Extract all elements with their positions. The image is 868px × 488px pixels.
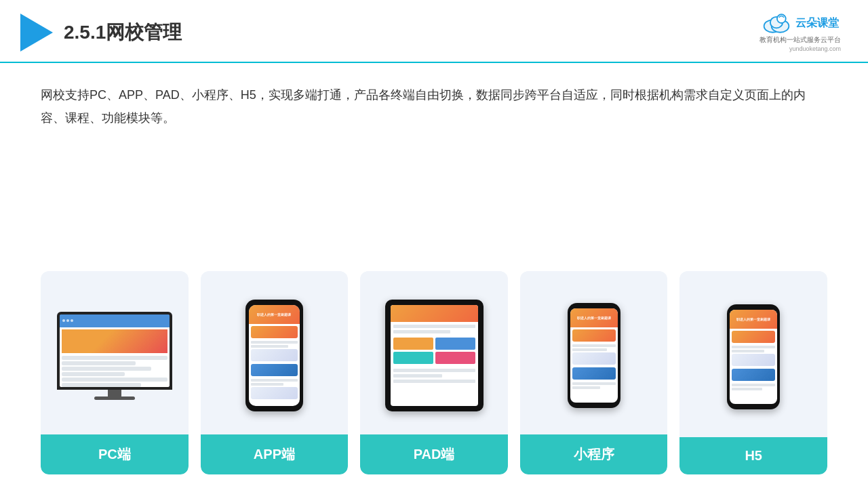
miniprogram-device-image: 职进人的第一堂刷题课 — [528, 285, 660, 426]
pc-screen — [60, 314, 170, 387]
card-pad: PAD端 — [360, 271, 508, 474]
miniprogram-phone-notch — [587, 303, 601, 306]
page: 2.5.1网校管理 云朵课堂 教育机构一站式服务云平台 yunduoketang… — [0, 0, 868, 488]
app-phone-device: 职进人的第一堂刷题课 — [245, 300, 303, 411]
pc-device — [57, 312, 172, 400]
pc-monitor — [57, 312, 172, 390]
h5-phone-screen: 职进人的第一堂刷题课 — [730, 310, 777, 404]
miniprogram-phone-frame: 职进人的第一堂刷题课 — [568, 303, 620, 408]
pad-tablet-frame — [385, 300, 484, 411]
description-text: 网校支持PC、APP、PAD、小程序、H5，实现多端打通，产品各终端自由切换，数… — [41, 83, 827, 129]
card-h5-label: H5 — [679, 437, 827, 474]
app-device-image: 职进人的第一堂刷题课 — [209, 285, 340, 426]
logo-triangle-icon — [20, 14, 53, 52]
cloud-icon — [762, 12, 791, 34]
h5-device-image: 职进人的第一堂刷题课 — [688, 285, 819, 429]
card-app: 职进人的第一堂刷题课 — [201, 271, 349, 474]
card-pc: PC端 — [41, 271, 189, 474]
card-app-label: APP端 — [201, 434, 349, 474]
cards-container: PC端 职进人的第一堂刷题课 — [41, 150, 827, 474]
pad-device-image — [368, 285, 500, 426]
card-pad-label: PAD端 — [360, 434, 508, 474]
card-h5: 职进人的第一堂刷题课 — [679, 271, 827, 474]
header-left: 2.5.1网校管理 — [20, 14, 182, 52]
card-miniprogram: 职进人的第一堂刷题课 — [520, 271, 668, 474]
brand-logo: 云朵课堂 — [762, 12, 839, 34]
phone-notch — [266, 300, 282, 304]
main-content: 网校支持PC、APP、PAD、小程序、H5，实现多端打通，产品各终端自由切换，数… — [0, 63, 868, 488]
brand-logo-area: 云朵课堂 教育机构一站式服务云平台 yunduoketang.com — [760, 12, 841, 52]
brand-subtitle: 教育机构一站式服务云平台 yunduoketang.com — [760, 35, 841, 52]
card-miniprogram-label: 小程序 — [520, 434, 668, 474]
h5-phone-device: 职进人的第一堂刷题课 — [727, 304, 780, 409]
header: 2.5.1网校管理 云朵课堂 教育机构一站式服务云平台 yunduoketang… — [0, 0, 868, 63]
h5-phone-notch — [747, 304, 760, 308]
brand-name: 云朵课堂 — [795, 16, 839, 30]
pc-device-image — [49, 285, 180, 426]
pad-tablet-device — [385, 300, 484, 411]
page-title: 2.5.1网校管理 — [64, 20, 182, 45]
app-phone-frame: 职进人的第一堂刷题课 — [245, 300, 303, 411]
miniprogram-phone-device: 职进人的第一堂刷题课 — [568, 303, 620, 408]
app-phone-screen: 职进人的第一堂刷题课 — [249, 305, 300, 406]
h5-phone-frame: 职进人的第一堂刷题课 — [727, 304, 780, 409]
pad-tablet-screen — [391, 305, 478, 406]
card-pc-label: PC端 — [41, 434, 189, 474]
miniprogram-phone-screen: 职进人的第一堂刷题课 — [570, 308, 618, 403]
